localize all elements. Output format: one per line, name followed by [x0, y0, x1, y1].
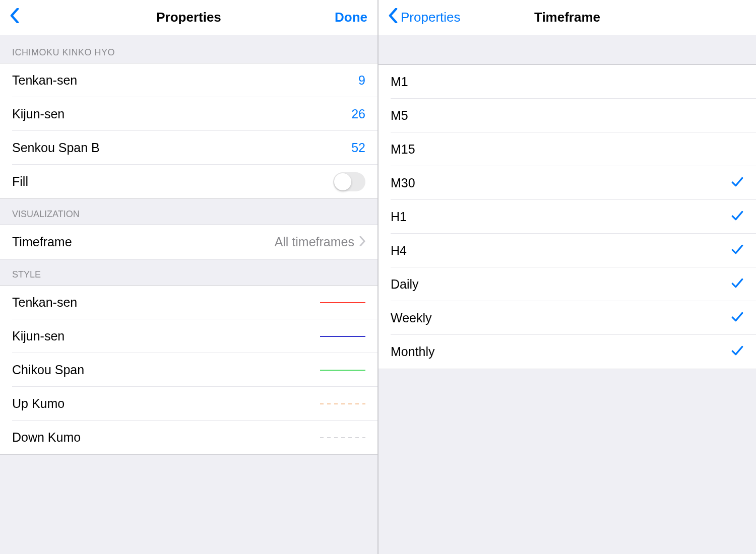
style-row[interactable]: Down Kumo	[0, 421, 377, 454]
checkmark-icon	[731, 209, 744, 225]
timeframe-value: All timeframes	[275, 235, 354, 249]
timeframe-row[interactable]: H1	[379, 200, 756, 234]
done-button[interactable]: Done	[335, 10, 367, 25]
timeframe-panel: Properties Timeframe M1M5M15M30H1H4Daily…	[379, 0, 756, 554]
properties-panel: Properties Done ICHIMOKU KINKO HYO Tenka…	[0, 0, 379, 554]
timeframe-item-label: M1	[391, 75, 408, 89]
checkmark-icon	[731, 344, 744, 360]
line-sample	[320, 370, 365, 371]
back-label: Properties	[401, 10, 461, 25]
switch-knob	[334, 173, 351, 190]
checkmark-icon	[731, 310, 744, 326]
visualization-group: Timeframe All timeframes	[0, 225, 377, 259]
tenkan-row[interactable]: Tenkan-sen 9	[0, 63, 377, 97]
timeframe-item-label: M30	[391, 176, 415, 190]
timeframe-item-label: M15	[391, 142, 415, 157]
section-header-visualization: VISUALIZATION	[0, 199, 377, 225]
checkmark-icon	[731, 243, 744, 259]
kijun-value: 26	[351, 107, 365, 121]
kijun-label: Kijun-sen	[12, 107, 65, 121]
section-header-ichimoku: ICHIMOKU KINKO HYO	[0, 35, 377, 63]
senkou-value: 52	[351, 141, 365, 155]
senkou-label: Senkou Span B	[12, 141, 100, 155]
timeframe-item-label: Weekly	[391, 311, 432, 325]
chevron-right-icon	[359, 235, 365, 249]
ichimoku-group: Tenkan-sen 9 Kijun-sen 26 Senkou Span B …	[0, 63, 377, 199]
back-button[interactable]: Properties	[389, 8, 461, 27]
style-row[interactable]: Kijun-sen	[0, 319, 377, 353]
style-row[interactable]: Up Kumo	[0, 387, 377, 421]
timeframe-row[interactable]: H4	[379, 234, 756, 267]
timeframe-item-label: M5	[391, 108, 408, 123]
tenkan-value: 9	[358, 73, 365, 88]
timeframe-row[interactable]: M5	[379, 99, 756, 132]
fill-switch[interactable]	[333, 172, 365, 191]
line-sample	[320, 336, 365, 337]
timeframe-label: Timeframe	[12, 235, 72, 249]
navbar-timeframe: Properties Timeframe	[379, 0, 756, 35]
style-row[interactable]: Chikou Span	[0, 353, 377, 387]
timeframe-row[interactable]: Monthly	[379, 335, 756, 369]
style-row[interactable]: Tenkan-sen	[0, 286, 377, 319]
section-spacer	[379, 35, 756, 64]
timeframe-row[interactable]: Timeframe All timeframes	[0, 225, 377, 259]
line-sample	[320, 437, 365, 438]
checkmark-icon	[731, 276, 744, 293]
kijun-row[interactable]: Kijun-sen 26	[0, 97, 377, 131]
senkou-row[interactable]: Senkou Span B 52	[0, 131, 377, 165]
timeframe-item-label: Monthly	[391, 344, 435, 359]
timeframe-row[interactable]: M1	[379, 65, 756, 99]
section-header-style: STYLE	[0, 259, 377, 285]
timeframe-row[interactable]: Weekly	[379, 301, 756, 335]
line-sample	[320, 403, 365, 404]
timeframe-row[interactable]: M30	[379, 166, 756, 200]
timeframe-item-label: H4	[391, 243, 407, 258]
style-group: Tenkan-senKijun-senChikou SpanUp KumoDow…	[0, 285, 377, 455]
fill-label: Fill	[12, 174, 28, 189]
fill-row: Fill	[0, 165, 377, 198]
style-label: Down Kumo	[12, 430, 81, 445]
style-label: Chikou Span	[12, 363, 84, 377]
style-label: Kijun-sen	[12, 329, 65, 343]
back-button[interactable]	[10, 8, 22, 27]
timeframe-item-label: Daily	[391, 277, 419, 292]
style-label: Up Kumo	[12, 396, 65, 411]
chevron-left-icon	[10, 8, 22, 27]
timeframe-item-label: H1	[391, 210, 407, 224]
tenkan-label: Tenkan-sen	[12, 73, 77, 88]
chevron-left-icon	[389, 8, 401, 27]
timeframe-group: M1M5M15M30H1H4DailyWeeklyMonthly	[379, 64, 756, 369]
page-title: Properties	[156, 10, 221, 25]
navbar-properties: Properties Done	[0, 0, 377, 35]
line-sample	[320, 302, 365, 303]
timeframe-row[interactable]: Daily	[379, 267, 756, 301]
checkmark-icon	[731, 175, 744, 191]
page-title: Timeframe	[534, 10, 600, 25]
timeframe-row[interactable]: M15	[379, 132, 756, 166]
style-label: Tenkan-sen	[12, 295, 77, 310]
